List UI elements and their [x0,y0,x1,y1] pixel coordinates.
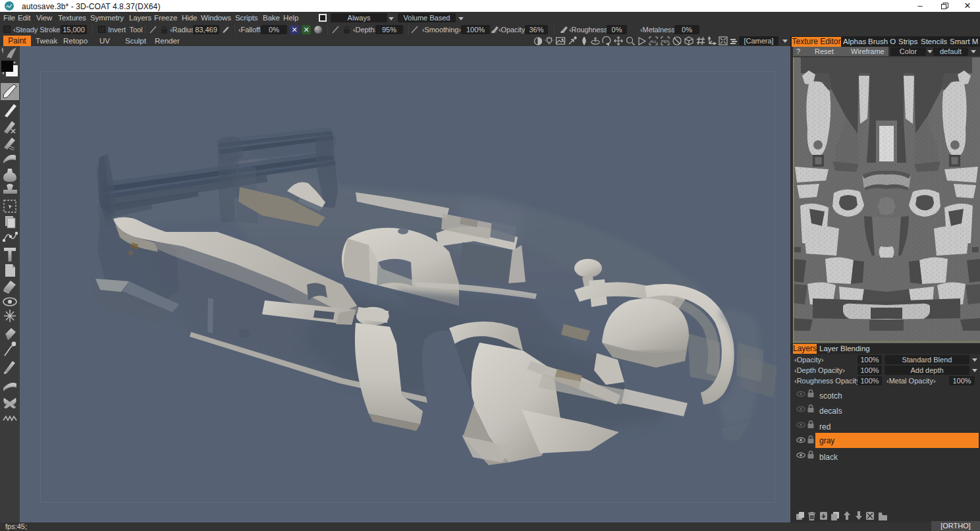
svg-text:ALL: ALL [650,40,657,43]
svg-text:PEN: PEN [661,40,669,43]
